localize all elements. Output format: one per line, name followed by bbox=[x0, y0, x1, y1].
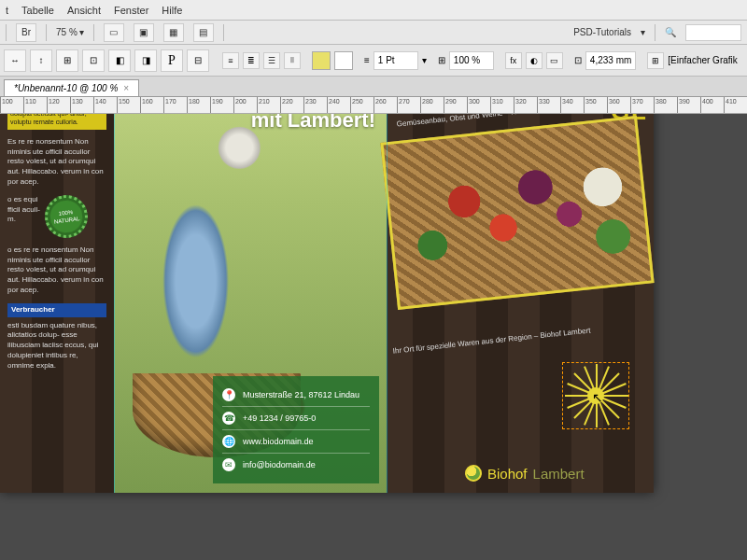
flyer-center-column: mit Lambert! 📍Musterstraße 21, 87612 Lin… bbox=[114, 114, 387, 493]
body-text: esti busdam quature nibus, alictatios do… bbox=[7, 321, 106, 371]
horizontal-ruler: 1001101201301401501601701801902002102202… bbox=[0, 97, 747, 114]
search-icon: 🔍 bbox=[665, 27, 676, 37]
phone-icon: ☎ bbox=[222, 412, 235, 425]
tool-button[interactable]: ↕ bbox=[30, 49, 52, 72]
tool-button[interactable]: ▭ bbox=[546, 52, 563, 69]
opacity-button[interactable]: ◐ bbox=[526, 52, 543, 69]
scale-field[interactable]: 100 % bbox=[449, 51, 494, 70]
body-text: o es equi fficil acull- m. bbox=[7, 195, 41, 225]
document-page[interactable]: dolupta debissit qui- antur, voluptu rer… bbox=[0, 114, 654, 493]
menu-item[interactable]: Tabelle bbox=[21, 5, 54, 16]
chevron-down-icon: ▾ bbox=[79, 27, 84, 37]
yellow-callout: dolupta debissit qui- antur, voluptu rer… bbox=[7, 114, 106, 130]
brand-logo: Biohof Lambert bbox=[465, 465, 585, 482]
view-mode-button[interactable]: ▦ bbox=[163, 23, 184, 42]
close-icon[interactable]: × bbox=[123, 83, 129, 93]
control-bar: Br 75 %▾ ▭ ▣ ▦ ▤ PSD-Tutorials ▾ 🔍 bbox=[0, 21, 747, 45]
contact-row: 📍Musterstraße 21, 87612 Lindau bbox=[222, 384, 370, 406]
contact-row: 🌐www.biodomain.de bbox=[222, 429, 370, 453]
cursor-icon: ↖ bbox=[592, 390, 603, 405]
contact-row: ✉info@biodomain.de bbox=[222, 453, 370, 476]
menu-item[interactable]: Ansicht bbox=[67, 5, 101, 16]
menu-item[interactable]: Hilfe bbox=[162, 5, 182, 16]
contact-box: 📍Musterstraße 21, 87612 Lindau ☎+49 1234… bbox=[213, 376, 379, 483]
view-mode-button[interactable]: ▣ bbox=[134, 23, 154, 42]
tool-button[interactable]: ◧ bbox=[108, 49, 131, 72]
search-input[interactable] bbox=[685, 24, 741, 41]
width-field[interactable]: 4,233 mm bbox=[585, 51, 636, 70]
fx-button[interactable]: fx bbox=[505, 52, 522, 69]
paragraph-button[interactable]: P bbox=[161, 49, 183, 72]
flyer-right-column: GL Gemüseanbau, Obst und Weine – Köstlic… bbox=[387, 114, 654, 493]
zoom-dropdown[interactable]: 75 %▾ bbox=[56, 27, 84, 37]
leaf-logo-icon bbox=[465, 465, 482, 482]
globe-icon: 🌐 bbox=[222, 435, 235, 448]
align-button[interactable]: ≣ bbox=[243, 52, 260, 69]
headline-text: mit Lambert! bbox=[251, 114, 375, 132]
brand-label: PSD-Tutorials bbox=[573, 27, 631, 37]
view-mode-button[interactable]: ▤ bbox=[193, 23, 214, 42]
tool-button[interactable]: ◨ bbox=[134, 49, 157, 72]
vegetable-photo bbox=[380, 116, 654, 310]
fill-swatch[interactable] bbox=[312, 51, 331, 70]
tool-button[interactable]: ⊞ bbox=[647, 52, 664, 69]
chevron-down-icon: ▾ bbox=[641, 27, 645, 37]
stroke-icon: ≡ bbox=[364, 55, 370, 65]
tool-button[interactable]: ↔ bbox=[4, 49, 26, 72]
document-tabs: *Unbenannt-10 @ 100 % × bbox=[0, 77, 747, 97]
frame-mode-label: [Einfacher Grafik bbox=[668, 55, 737, 65]
view-mode-button[interactable]: ▭ bbox=[104, 23, 124, 42]
stroke-swatch[interactable] bbox=[334, 51, 353, 70]
canvas-area[interactable]: dolupta debissit qui- antur, voluptu rer… bbox=[0, 114, 747, 560]
section-heading: Verbraucher bbox=[7, 303, 106, 317]
flyer-left-column: dolupta debissit qui- antur, voluptu rer… bbox=[0, 114, 114, 493]
tool-button[interactable]: ⊞ bbox=[56, 49, 78, 72]
tool-button[interactable]: ⊡ bbox=[82, 49, 105, 72]
format-toolbar: ↔ ↕ ⊞ ⊡ ◧ ◨ P ⊟ ≡ ≣ ☰ ⫴ ≡ 1 Pt ▾ ⊞ 100 %… bbox=[0, 45, 747, 77]
pin-icon: 📍 bbox=[222, 388, 235, 401]
body-text: Es re re nonsentum Non niminis ute offic… bbox=[7, 137, 106, 188]
crop-icon: ⊡ bbox=[574, 55, 582, 65]
menu-item[interactable]: Fenster bbox=[114, 5, 148, 16]
align-button[interactable]: ☰ bbox=[263, 52, 280, 69]
menu-bar: t Tabelle Ansicht Fenster Hilfe bbox=[0, 0, 747, 21]
body-text: o es re re nonsentum Non niminis ute off… bbox=[7, 245, 106, 296]
curved-text: Ihr Ort für spezielle Waren aus der Regi… bbox=[392, 317, 671, 355]
align-button[interactable]: ≡ bbox=[222, 52, 239, 69]
bridge-button[interactable]: Br bbox=[16, 23, 36, 42]
scale-icon: ⊞ bbox=[438, 55, 445, 65]
menu-item[interactable]: t bbox=[6, 5, 8, 16]
natural-stamp-icon: 100% NATURAL bbox=[42, 192, 91, 241]
chevron-down-icon: ▾ bbox=[422, 55, 427, 65]
mail-icon: ✉ bbox=[222, 458, 235, 471]
stroke-weight-field[interactable]: 1 Pt bbox=[374, 51, 418, 70]
document-tab[interactable]: *Unbenannt-10 @ 100 % × bbox=[4, 79, 139, 96]
contact-row: ☎+49 1234 / 99765-0 bbox=[222, 406, 370, 429]
align-button[interactable]: ⫴ bbox=[284, 52, 301, 69]
tool-button[interactable]: ⊟ bbox=[187, 49, 209, 72]
